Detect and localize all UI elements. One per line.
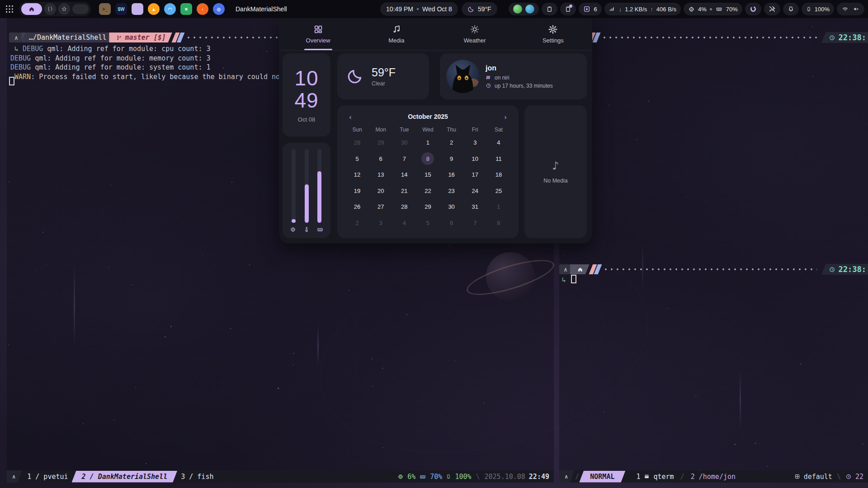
calendar-day[interactable]: 22 [416, 183, 439, 199]
weekday-label: Sun [345, 127, 369, 133]
workspace-pill[interactable] [44, 3, 56, 15]
terminal-tab[interactable]: 2 /home/jon [685, 473, 741, 481]
calendar-day[interactable]: 2 [440, 135, 463, 151]
weather-temp: 59°F [478, 5, 491, 13]
calendar-day[interactable]: 5 [416, 215, 439, 231]
tab-settings[interactable]: Settings [514, 18, 592, 50]
calendar-day[interactable]: 29 [369, 135, 392, 151]
terminal-tab-active[interactable]: 2 / DankMaterialShell [72, 471, 178, 483]
calendar-day[interactable]: 7 [392, 151, 416, 167]
tab-label: Overview [306, 37, 330, 44]
dock-app-browser-blue[interactable]: ◎ [213, 3, 225, 15]
prompt-fill-dots [603, 33, 817, 42]
calendar-day[interactable]: 10 [463, 151, 487, 167]
workspace-pill[interactable] [72, 4, 89, 14]
terminal-window-right[interactable]: 22:38: ∧ 22:38: ↳ ∧ / NORMAL 1 qterm / 2… [559, 18, 868, 483]
terminal-tab[interactable]: 3 / fish [175, 473, 219, 481]
tray-app-green-icon[interactable] [513, 5, 522, 14]
calendar-day[interactable]: 6 [440, 215, 463, 231]
app-launcher-grid-icon[interactable] [5, 4, 14, 14]
terminal-tab[interactable]: 1 qterm [631, 473, 679, 481]
workspace-pill[interactable] [58, 3, 70, 15]
calendar-day[interactable]: 30 [392, 135, 416, 151]
calendar-day[interactable]: 15 [416, 167, 439, 183]
idle-inhibitor-pill[interactable] [764, 3, 780, 15]
calendar-next-button[interactable]: › [500, 113, 510, 121]
dock-app-code-editor[interactable]: ✕ [180, 3, 192, 15]
home-icon [577, 267, 583, 272]
battery-icon [806, 5, 811, 13]
calendar-day[interactable]: 8 [487, 215, 510, 231]
calendar-day[interactable]: 2 [345, 215, 369, 231]
monitor-bar-cpu [292, 149, 296, 223]
dock-app-wezterm[interactable]: $W [115, 3, 127, 15]
system-metrics-pill[interactable]: 4% 70% [684, 3, 742, 15]
night-light-pill[interactable] [745, 3, 761, 15]
calendar-day[interactable]: 26 [345, 199, 369, 215]
battery-pill[interactable]: 100% [802, 3, 834, 15]
calendar-day[interactable]: 24 [463, 183, 487, 199]
network-pill[interactable]: ↓ 1.2 KB/s ↑ 406 B/s [604, 3, 681, 15]
calendar-day-selected[interactable]: 8 [416, 151, 439, 167]
updates-pill[interactable]: 6 [579, 3, 601, 15]
tab-weather[interactable]: Weather [436, 18, 514, 50]
calendar-day[interactable]: 5 [345, 151, 369, 167]
clock-time: 10:49 PM [386, 5, 413, 13]
calendar-day[interactable]: 11 [487, 151, 510, 167]
calendar-day[interactable]: 1 [416, 135, 439, 151]
tray-apps-pill[interactable] [509, 3, 539, 15]
weekday-label: Wed [416, 127, 439, 133]
calendar-day[interactable]: 4 [392, 215, 416, 231]
calendar-day[interactable]: 30 [440, 199, 463, 215]
calendar-day[interactable]: 27 [369, 199, 392, 215]
tab-media[interactable]: Media [357, 18, 435, 50]
dock-app-zen-browser[interactable]: ◠ [164, 3, 176, 15]
quick-settings-pill[interactable] [837, 3, 864, 15]
calendar-day[interactable]: 9 [440, 151, 463, 167]
calendar-day[interactable]: 25 [487, 183, 510, 199]
calendar-day[interactable]: 16 [440, 167, 463, 183]
calendar-day[interactable]: 13 [369, 167, 392, 183]
note-icon [392, 24, 401, 34]
dock-app-firefox[interactable]: ◗ [197, 3, 208, 15]
calendar-day[interactable]: 31 [463, 199, 487, 215]
calendar-day[interactable]: 1 [487, 199, 510, 215]
calendar-day[interactable]: 3 [369, 215, 392, 231]
calendar-day[interactable]: 7 [463, 215, 487, 231]
bar-caret: ∧ [7, 470, 22, 483]
home-segment [570, 264, 590, 274]
calendar-day[interactable]: 23 [440, 183, 463, 199]
net-up-arrow-icon: ↑ [650, 6, 653, 13]
tray-app-teal-icon[interactable] [525, 5, 534, 14]
dock-app-brave[interactable]: ▲ [148, 3, 160, 15]
calendar-day[interactable]: 21 [392, 183, 416, 199]
calendar-prev-button[interactable]: ‹ [345, 113, 355, 121]
calendar-day[interactable]: 28 [345, 135, 369, 151]
tab-overview[interactable]: Overview [279, 18, 357, 50]
calendar-day[interactable]: 6 [369, 151, 392, 167]
weather-pill[interactable]: 59°F [462, 2, 497, 16]
calendar-tray-pill[interactable] [542, 3, 557, 15]
calendar-day[interactable]: 12 [345, 167, 369, 183]
terminal-tab[interactable]: 1 / pvetui [22, 473, 73, 481]
clock-card: 10 49 Oct 08 [283, 53, 330, 136]
music-note-icon: ♪ [552, 160, 559, 172]
calendar-day[interactable]: 28 [392, 199, 416, 215]
calendar-day[interactable]: 4 [487, 135, 510, 151]
notifications-pill[interactable] [783, 3, 799, 15]
workspace-pill-active[interactable] [21, 3, 42, 15]
calendar-day[interactable]: 20 [369, 183, 392, 199]
calendar-day[interactable]: 14 [392, 167, 416, 183]
dock-app-file-manager[interactable] [132, 3, 143, 15]
dock-app-kitty[interactable]: >_ [99, 3, 111, 15]
tab-label: qterm [653, 473, 674, 481]
net-up-value: 406 B/s [656, 6, 676, 13]
calendar-day[interactable]: 19 [345, 183, 369, 199]
calendar-day[interactable]: 29 [416, 199, 439, 215]
calendar-day[interactable]: 3 [463, 135, 487, 151]
statusbar-time: 22:49 [529, 473, 549, 481]
calendar-day[interactable]: 18 [487, 167, 510, 183]
calendar-day[interactable]: 17 [463, 167, 487, 183]
clipboard-pill[interactable] [560, 3, 576, 15]
clock-pill[interactable]: 10:49 PM Wed Oct 8 [380, 2, 458, 16]
